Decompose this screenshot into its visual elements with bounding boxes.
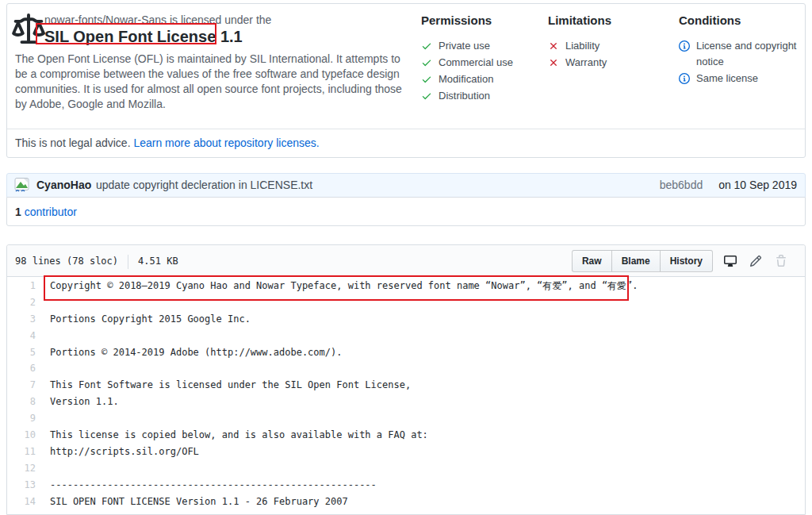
commit-sha[interactable]: beb6bdd: [660, 179, 703, 191]
line-number[interactable]: 12: [7, 460, 36, 477]
law-scales-icon: [12, 13, 45, 47]
code-line: 5Portions © 2014-2019 Adobe (http://www.…: [7, 344, 805, 361]
permission-label: Commercial use: [439, 56, 513, 68]
limitation-label: Warranty: [565, 56, 607, 68]
code-line: 4: [7, 328, 805, 344]
conditions-column: Conditions License and copyright notice …: [679, 13, 806, 87]
code-viewer: 1Copyright © 2018–2019 Cyano Hao and Now…: [7, 278, 805, 514]
check-icon: [421, 40, 432, 52]
limitation-item: Warranty: [548, 55, 671, 71]
line-number[interactable]: 2: [7, 294, 36, 311]
code-line: 14SIL OPEN FONT LICENSE Version 1.1 - 26…: [7, 494, 805, 510]
trash-icon[interactable]: [775, 255, 787, 267]
permission-item: Commercial use: [421, 55, 544, 71]
check-icon: [421, 90, 432, 102]
line-number[interactable]: 1: [7, 278, 36, 294]
line-content: This license is copied below, and is als…: [36, 427, 428, 444]
line-number[interactable]: 10: [7, 427, 36, 444]
file-header: 98 lines (78 sloc)4.51 KB Raw Blame Hist…: [7, 245, 805, 277]
code-line: 7This Font Software is licensed under th…: [7, 377, 805, 394]
code-line: 3Portions Copyright 2015 Google Inc.: [7, 311, 805, 328]
file-lines-info: 98 lines (78 sloc): [15, 256, 118, 267]
line-content: http://scripts.sil.org/OFL: [36, 444, 199, 460]
check-icon: [421, 57, 432, 68]
condition-label: License and copyright notice: [696, 40, 796, 67]
permission-item: Modification: [421, 71, 544, 87]
contributor-count: 1: [15, 206, 21, 218]
line-content: Copyright © 2018–2019 Cyano Hao and Nowa…: [36, 278, 638, 294]
latest-commit-bar: CyanoHao update copyright decleration in…: [6, 173, 806, 198]
blame-button[interactable]: Blame: [611, 250, 661, 272]
line-number[interactable]: 13: [7, 477, 36, 494]
commit-author-avatar[interactable]: [14, 178, 30, 194]
permission-item: Private use: [421, 38, 544, 54]
permissions-heading: Permissions: [421, 13, 544, 27]
limitation-label: Liability: [565, 40, 599, 52]
contributors-row: 1 contributor: [6, 197, 806, 226]
legal-disclaimer: This is not legal advice. Learn more abo…: [7, 129, 805, 157]
info-icon: [679, 40, 690, 52]
line-content: SIL OPEN FONT LICENSE Version 1.1 - 26 F…: [36, 494, 348, 510]
license-overview-card: nowar-fonts/Nowar-Sans is licensed under…: [6, 3, 806, 158]
permission-label: Distribution: [439, 90, 490, 102]
line-number[interactable]: 3: [7, 311, 36, 328]
contributor-link[interactable]: contributor: [21, 206, 77, 218]
line-number[interactable]: 6: [7, 360, 36, 377]
code-line: 8Version 1.1.: [7, 394, 805, 410]
code-line: 1Copyright © 2018–2019 Cyano Hao and Now…: [7, 278, 805, 294]
commit-author[interactable]: CyanoHao: [36, 174, 91, 197]
condition-item: License and copyright notice: [679, 38, 806, 70]
permission-label: Private use: [439, 40, 490, 52]
line-number[interactable]: 14: [7, 494, 36, 510]
file-card: 98 lines (78 sloc)4.51 KB Raw Blame Hist…: [6, 244, 806, 515]
line-content: [36, 410, 50, 427]
condition-item: Same license: [679, 71, 806, 86]
file-info: 98 lines (78 sloc)4.51 KB: [15, 245, 178, 277]
limitations-heading: Limitations: [548, 13, 671, 27]
line-number[interactable]: 9: [7, 410, 36, 427]
file-view-button-group: Raw Blame History: [572, 250, 713, 272]
code-line: 12: [7, 460, 805, 477]
code-line: 11http://scripts.sil.org/OFL: [7, 444, 805, 460]
disclaimer-text: This is not legal advice.: [15, 136, 131, 149]
x-icon: [548, 57, 559, 68]
line-content: Portions © 2014-2019 Adobe (http://www.a…: [36, 344, 342, 361]
commit-date: on 10 Sep 2019: [718, 179, 797, 191]
line-number[interactable]: 5: [7, 344, 36, 361]
line-content: [36, 294, 50, 311]
line-number[interactable]: 7: [7, 377, 36, 394]
line-number[interactable]: 8: [7, 394, 36, 410]
info-icon: [679, 73, 690, 84]
line-content: [36, 460, 50, 477]
check-icon: [421, 74, 432, 85]
x-icon: [548, 40, 559, 52]
permission-item: Distribution: [421, 88, 544, 104]
commit-message[interactable]: update copyright decleration in LICENSE.…: [96, 174, 312, 197]
line-content: ----------------------------------------…: [36, 477, 377, 494]
line-number[interactable]: 11: [7, 444, 36, 460]
line-content: This Font Software is licensed under the…: [36, 377, 411, 394]
desktop-icon[interactable]: [724, 255, 737, 267]
line-content: Version 1.1.: [36, 394, 119, 410]
code-line: 10This license is copied below, and is a…: [7, 427, 805, 444]
history-button[interactable]: History: [660, 250, 713, 272]
file-size: 4.51 KB: [138, 256, 178, 267]
permission-label: Modification: [439, 73, 493, 85]
repo-license-line: nowar-fonts/Nowar-Sans is licensed under…: [44, 13, 271, 26]
conditions-heading: Conditions: [679, 13, 806, 27]
line-number[interactable]: 4: [7, 328, 36, 344]
repository-licenses-link[interactable]: Learn more about repository licenses.: [133, 136, 319, 149]
line-content: [36, 328, 50, 344]
raw-button[interactable]: Raw: [572, 250, 612, 272]
license-title: SIL Open Font License 1.1: [44, 28, 243, 46]
permissions-column: Permissions Private use Commercial use M…: [421, 13, 544, 105]
limitations-column: Limitations Liability Warranty: [548, 13, 671, 71]
line-content: Portions Copyright 2015 Google Inc.: [36, 311, 251, 328]
limitation-item: Liability: [548, 38, 671, 54]
commit-card: CyanoHao update copyright decleration in…: [6, 173, 806, 226]
license-description: The Open Font License (OFL) is maintaine…: [15, 52, 405, 112]
pencil-icon[interactable]: [749, 255, 762, 267]
code-line: 6: [7, 360, 805, 377]
line-content: [36, 360, 50, 377]
code-line: 13--------------------------------------…: [7, 477, 805, 494]
